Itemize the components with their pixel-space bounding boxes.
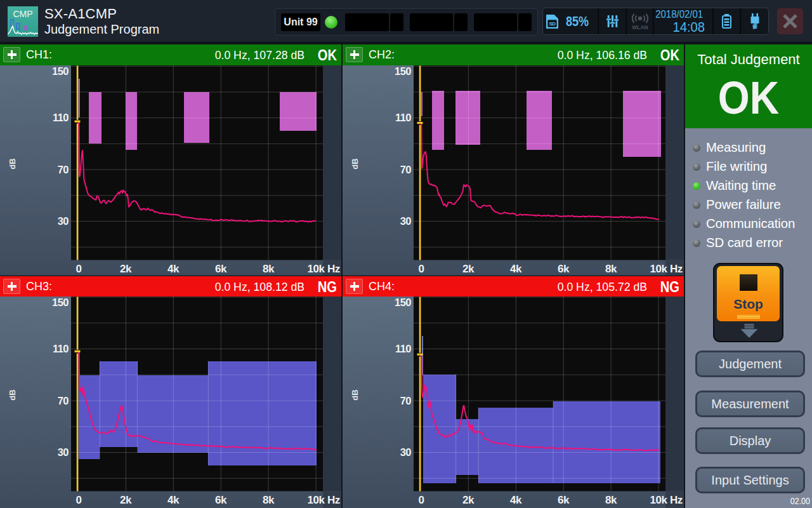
svg-text:8k: 8k: [263, 263, 275, 275]
svg-text:70: 70: [400, 395, 412, 406]
svg-text:8k: 8k: [605, 263, 617, 275]
svg-text:WLAN: WLAN: [632, 24, 648, 30]
svg-text:110: 110: [53, 112, 69, 123]
svg-text:6k: 6k: [558, 494, 570, 506]
svg-text:2k: 2k: [462, 263, 475, 275]
svg-text:0: 0: [76, 263, 82, 275]
svg-text:Hz: Hz: [327, 494, 340, 506]
svg-text:110: 110: [53, 343, 69, 354]
svg-text:30: 30: [400, 446, 412, 458]
svg-text:110: 110: [395, 112, 411, 123]
svg-text:110: 110: [395, 343, 411, 354]
svg-text:4k: 4k: [167, 263, 180, 275]
svg-text:150: 150: [52, 297, 69, 308]
svg-text:dB: dB: [8, 389, 17, 400]
svg-text:10k: 10k: [308, 494, 325, 506]
svg-text:10k: 10k: [650, 494, 668, 506]
svg-text:4k: 4k: [510, 263, 522, 275]
svg-text:30: 30: [400, 215, 412, 227]
svg-text:0: 0: [76, 494, 82, 506]
svg-text:6k: 6k: [558, 263, 570, 275]
svg-text:30: 30: [58, 446, 69, 458]
svg-text:6k: 6k: [215, 263, 227, 275]
svg-text:6k: 6k: [215, 494, 227, 506]
svg-text:2k: 2k: [462, 494, 475, 506]
svg-text:150: 150: [52, 65, 69, 77]
svg-text:70: 70: [58, 395, 69, 406]
svg-text:2k: 2k: [120, 263, 132, 275]
svg-text:SD: SD: [549, 21, 556, 27]
svg-text:10k: 10k: [650, 263, 668, 275]
svg-text:8k: 8k: [263, 494, 275, 506]
svg-text:70: 70: [400, 164, 412, 175]
svg-text:0: 0: [419, 263, 424, 275]
svg-text:8k: 8k: [605, 494, 617, 506]
svg-text:dB: dB: [350, 158, 360, 169]
svg-text:dB: dB: [8, 158, 17, 169]
svg-text:2k: 2k: [120, 494, 132, 506]
svg-text:Hz: Hz: [670, 263, 683, 275]
svg-text:150: 150: [395, 65, 411, 77]
svg-text:Hz: Hz: [327, 263, 340, 275]
svg-text:Hz: Hz: [670, 494, 683, 506]
svg-text:4k: 4k: [510, 494, 522, 506]
svg-text:dB: dB: [350, 389, 360, 400]
svg-text:10k: 10k: [308, 263, 325, 275]
svg-text:0: 0: [419, 494, 424, 506]
svg-text:30: 30: [58, 215, 69, 227]
svg-text:4k: 4k: [167, 494, 180, 506]
svg-text:CMP: CMP: [13, 9, 32, 19]
svg-text:70: 70: [58, 164, 69, 175]
svg-text:150: 150: [395, 297, 411, 308]
